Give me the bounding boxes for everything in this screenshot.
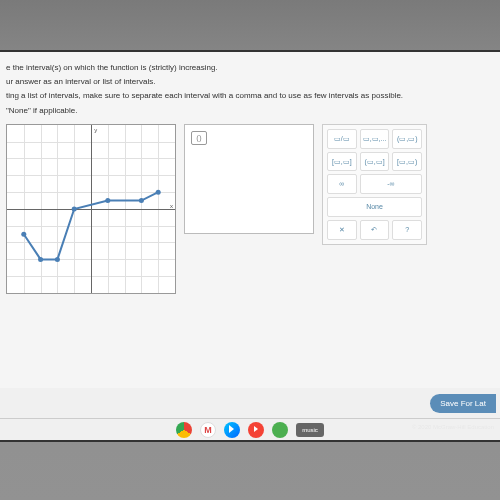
q-line2: ur answer as an interval or list of inte…: [6, 76, 494, 87]
palette-neg-infinity[interactable]: -∞: [360, 174, 422, 194]
palette-closed-interval[interactable]: [▭,▭]: [327, 152, 357, 172]
palette-right-open[interactable]: [▭,▭): [392, 152, 422, 172]
svg-point-5: [139, 198, 144, 203]
palette-fraction[interactable]: ▭/▭: [327, 129, 357, 149]
footer: Save For Lat: [0, 388, 500, 418]
app-icon[interactable]: [272, 422, 288, 438]
palette-infinity[interactable]: ∞: [327, 174, 357, 194]
svg-point-2: [55, 257, 60, 262]
palette-left-open[interactable]: (▭,▭]: [360, 152, 390, 172]
svg-point-0: [21, 231, 26, 236]
chrome-icon[interactable]: [176, 422, 192, 438]
math-palette: ▭/▭ ▭,▭,... (▭,▭) [▭,▭] (▭,▭] [▭,▭) ∞ -∞…: [322, 124, 427, 245]
music-app[interactable]: music: [296, 423, 324, 437]
youtube-icon[interactable]: [248, 422, 264, 438]
play-store-icon[interactable]: [224, 422, 240, 438]
plot-line: [7, 125, 175, 293]
palette-none[interactable]: None: [327, 197, 422, 217]
gmail-icon[interactable]: M: [200, 422, 216, 438]
palette-open-interval[interactable]: (▭,▭): [392, 129, 422, 149]
q-line4: "None" if applicable.: [6, 105, 494, 116]
question-text: e the interval(s) on which the function …: [6, 62, 494, 116]
q-line1: e the interval(s) on which the function …: [6, 62, 494, 73]
svg-point-1: [38, 257, 43, 262]
svg-point-3: [72, 206, 77, 211]
save-button[interactable]: Save For Lat: [430, 394, 496, 413]
answer-value[interactable]: (): [191, 131, 207, 145]
palette-help[interactable]: ?: [392, 220, 422, 240]
palette-clear[interactable]: ✕: [327, 220, 357, 240]
svg-point-4: [105, 198, 110, 203]
svg-point-6: [156, 189, 161, 194]
axis-label-x: x: [170, 202, 173, 210]
q-line3: ting a list of intervals, make sure to s…: [6, 90, 494, 101]
palette-sequence[interactable]: ▭,▭,...: [360, 129, 390, 149]
axis-label-y: y: [94, 126, 97, 134]
answer-input-area[interactable]: (): [184, 124, 314, 234]
function-graph: x y: [6, 124, 176, 294]
palette-undo[interactable]: ↶: [360, 220, 390, 240]
taskbar: M music: [0, 418, 500, 440]
